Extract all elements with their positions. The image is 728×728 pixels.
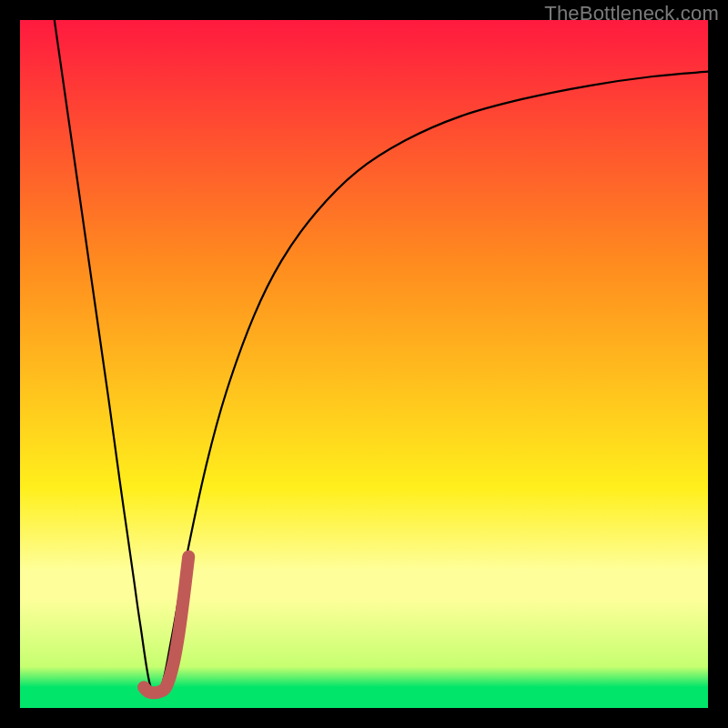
marker-hook bbox=[144, 557, 188, 693]
bottleneck-curve bbox=[55, 20, 708, 695]
watermark-text: TheBottleneck.com bbox=[544, 2, 719, 25]
plot-area bbox=[20, 20, 708, 708]
curve-overlay bbox=[20, 20, 708, 708]
chart-frame: TheBottleneck.com bbox=[0, 0, 728, 728]
